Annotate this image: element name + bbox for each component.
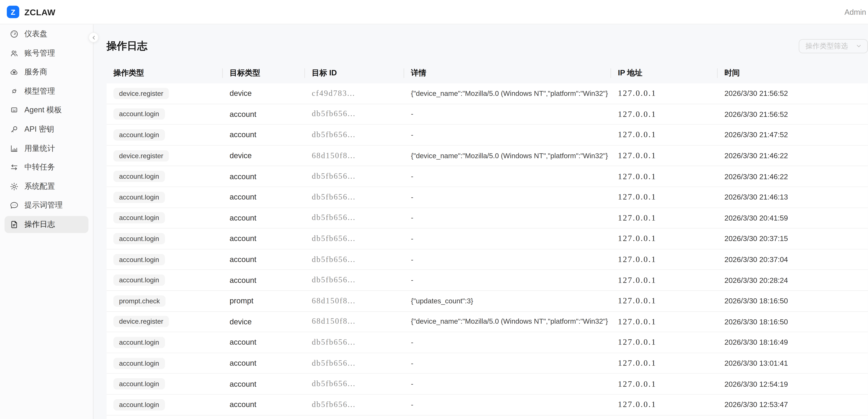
- action-type-badge: account.login: [113, 212, 165, 223]
- target-type-cell: account: [223, 214, 305, 222]
- time-cell: 2026/3/30 12:53:47: [718, 400, 868, 409]
- table-row: device.register device 68d150f8... {"dev…: [106, 311, 868, 332]
- plug-icon: [10, 87, 19, 96]
- sidebar-item-operation-logs[interactable]: 操作日志: [4, 216, 88, 233]
- gear-icon: [10, 182, 19, 191]
- time-cell: 2026/3/30 20:37:15: [718, 234, 868, 243]
- action-type-badge: account.login: [113, 129, 165, 141]
- time-cell: 2026/3/30 21:47:52: [718, 131, 868, 139]
- time-cell: 2026/3/30 18:16:49: [718, 338, 868, 347]
- sidebar-item-models[interactable]: 模型管理: [4, 83, 88, 100]
- table-row: account.login account db5fb656... - 127.…: [106, 394, 868, 415]
- main-content: 操作日志 操作类型筛选 操作类型 目标类型 目标 ID 详情 IP 地址 时间 …: [94, 24, 868, 419]
- page-head: 操作日志 操作类型筛选: [106, 38, 868, 54]
- detail-cell: -: [404, 380, 611, 388]
- action-type-badge: account.login: [113, 191, 165, 203]
- sidebar-item-api-keys[interactable]: API 密钥: [4, 121, 88, 138]
- action-type-badge: account.login: [113, 109, 165, 120]
- action-type-badge: account.login: [113, 399, 165, 410]
- target-id-cell: db5fb656...: [305, 276, 404, 285]
- cloud-icon: [10, 67, 19, 77]
- ip-cell: 127.0.0.1: [611, 89, 718, 98]
- ip-cell: 127.0.0.1: [611, 130, 718, 140]
- ip-cell: 127.0.0.1: [611, 400, 718, 410]
- action-type-badge: account.login: [113, 378, 165, 389]
- chevron-down-icon: [856, 43, 862, 49]
- target-id-cell: 68d150f8...: [305, 296, 404, 305]
- sidebar-nav: 仪表盘 账号管理 服务商 模型管理 Agent 模板 API 密钥 用量统计 中…: [0, 26, 93, 233]
- detail-cell: -: [404, 338, 611, 347]
- topbar: Z ZCLAW Admin: [0, 0, 868, 24]
- swap-icon: [10, 163, 19, 172]
- sidebar-item-usage-stats[interactable]: 用量统计: [4, 140, 88, 157]
- sidebar-item-dashboard[interactable]: 仪表盘: [4, 26, 88, 42]
- table-row: account.login account db5fb656... - 127.…: [106, 166, 868, 187]
- detail-cell: -: [404, 401, 611, 409]
- target-id-cell: db5fb656...: [305, 192, 404, 202]
- ip-cell: 127.0.0.1: [611, 296, 718, 306]
- table-row: account.login account db5fb656... - 127.…: [106, 249, 868, 270]
- action-type-badge: device.register: [113, 88, 169, 99]
- ip-cell: 127.0.0.1: [611, 192, 718, 202]
- action-type-badge: account.login: [113, 358, 165, 369]
- target-id-cell: db5fb656...: [305, 400, 404, 409]
- target-id-cell: cf49d783...: [305, 89, 404, 98]
- target-type-cell: account: [223, 172, 305, 181]
- time-cell: 2026/3/30 20:37:04: [718, 255, 868, 264]
- chat-icon: [10, 201, 19, 210]
- column-header-target-type: 目标类型: [223, 63, 305, 83]
- action-type-badge: account.login: [113, 233, 165, 244]
- user-menu[interactable]: Admin: [844, 8, 866, 16]
- sidebar-item-system-config[interactable]: 系统配置: [4, 178, 88, 195]
- ip-cell: 127.0.0.1: [611, 358, 718, 368]
- detail-cell: {"device_name":"Mozilla/5.0 (Windows NT"…: [404, 318, 611, 326]
- time-cell: 2026/3/30 13:01:41: [718, 359, 868, 367]
- users-icon: [10, 49, 19, 58]
- sidebar: 仪表盘 账号管理 服务商 模型管理 Agent 模板 API 密钥 用量统计 中…: [0, 24, 94, 419]
- sidebar-item-prompts[interactable]: 提示词管理: [4, 197, 88, 214]
- file-icon: [10, 220, 19, 229]
- target-id-cell: db5fb656...: [305, 234, 404, 243]
- sidebar-item-agent-templates[interactable]: Agent 模板: [4, 102, 88, 119]
- table-row: account.login account db5fb656... - 127.…: [106, 208, 868, 229]
- detail-cell: -: [404, 173, 611, 180]
- operation-log-table: 操作类型 目标类型 目标 ID 详情 IP 地址 时间 device.regis…: [106, 63, 868, 419]
- action-type-badge: device.register: [113, 316, 169, 327]
- time-cell: 2026/3/30 18:16:50: [718, 318, 868, 326]
- sidebar-item-providers[interactable]: 服务商: [4, 64, 88, 81]
- time-cell: 2026/3/30 20:41:59: [718, 214, 868, 222]
- detail-cell: {"device_name":"Mozilla/5.0 (Windows NT"…: [404, 152, 611, 160]
- target-type-cell: account: [223, 400, 305, 409]
- detail-cell: -: [404, 110, 611, 118]
- action-type-badge: account.login: [113, 274, 165, 286]
- target-id-cell: db5fb656...: [305, 110, 404, 119]
- column-header-target-id: 目标 ID: [305, 63, 404, 83]
- column-header-action: 操作类型: [106, 63, 223, 83]
- filter-placeholder: 操作类型筛选: [806, 41, 848, 51]
- target-id-cell: db5fb656...: [305, 255, 404, 264]
- target-type-cell: account: [223, 380, 305, 388]
- key-icon: [10, 125, 19, 134]
- time-cell: 2026/3/30 21:46:22: [718, 151, 868, 160]
- target-type-cell: account: [223, 131, 305, 139]
- target-type-cell: device: [223, 151, 305, 160]
- app-root: Z ZCLAW Admin 仪表盘 账号管理 服务商 模型管理 Agent 模板…: [0, 0, 868, 419]
- time-cell: 2026/3/30 21:56:52: [718, 89, 868, 98]
- sidebar-collapse-button[interactable]: [88, 32, 99, 42]
- time-cell: 2026/3/30 20:28:24: [718, 276, 868, 285]
- table-body: device.register device cf49d783... {"dev…: [106, 83, 868, 419]
- action-type-badge: account.login: [113, 254, 165, 265]
- time-cell: 2026/3/30 21:46:13: [718, 193, 868, 202]
- table-row: account.login account db5fb656... - 127.…: [106, 229, 868, 249]
- app-logo-icon: Z: [7, 6, 19, 18]
- sidebar-item-relay-tasks[interactable]: 中转任务: [4, 159, 88, 176]
- time-cell: 2026/3/30 12:54:19: [718, 380, 868, 388]
- sidebar-item-accounts[interactable]: 账号管理: [4, 44, 88, 62]
- time-cell: 2026/3/30 18:16:50: [718, 297, 868, 305]
- ip-cell: 127.0.0.1: [611, 275, 718, 285]
- detail-cell: -: [404, 359, 611, 367]
- action-type-badge: device.register: [113, 150, 169, 161]
- target-type-cell: prompt: [223, 297, 305, 305]
- target-type-cell: account: [223, 234, 305, 243]
- operation-type-filter-select[interactable]: 操作类型筛选: [799, 39, 868, 53]
